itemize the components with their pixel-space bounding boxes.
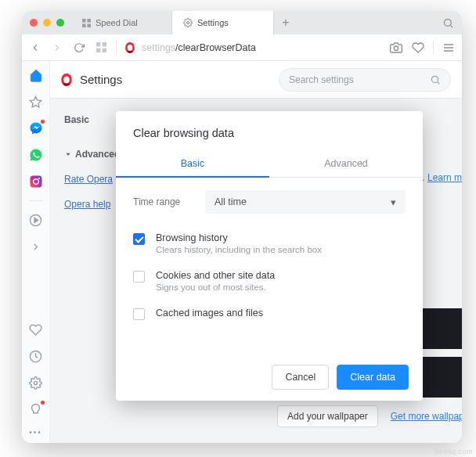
option-title: Cached images and files [156,308,263,318]
zoom-window-button[interactable] [56,19,64,27]
svg-rect-7 [96,42,100,46]
minimize-window-button[interactable] [43,19,51,27]
clear-browsing-data-dialog: Clear browsing data Basic Advanced Time … [116,111,423,401]
option-cookies[interactable]: Cookies and other site data Signs you ou… [133,262,406,300]
watermark: dedaq.com [435,448,473,455]
url-field[interactable]: settings/clearBrowserData [124,42,381,53]
tab-settings[interactable]: Settings [172,11,274,34]
tab-search-button[interactable] [434,11,462,34]
sidebar-features[interactable] [28,401,44,417]
settings-header: Settings Search settings [50,61,462,99]
heart-button[interactable] [411,41,425,55]
svg-point-11 [394,46,398,50]
sidebar-bookmarks[interactable] [28,94,44,110]
clear-data-button[interactable]: Clear data [337,365,409,390]
address-bar: settings/clearBrowserData [22,34,462,61]
checkbox[interactable] [133,308,145,320]
sidebar-pinboards[interactable] [28,322,44,337]
tab-strip: Speed Dial Settings + [22,11,462,34]
new-tab-button[interactable]: + [274,11,298,34]
tab-label: Settings [197,18,229,27]
forward-button[interactable] [50,41,64,55]
dialog-title: Clear browsing data [116,111,423,150]
search-icon [430,74,441,85]
gear-icon [183,18,193,27]
sidebar-more[interactable]: ••• [29,428,42,437]
option-browsing-history[interactable]: Browsing history Clears history, includi… [133,225,406,262]
time-range-label: Time range [133,196,194,207]
svg-point-18 [38,178,40,179]
svg-rect-1 [87,19,91,23]
svg-line-6 [450,25,453,27]
speed-dial-icon [81,18,91,27]
svg-rect-0 [82,19,86,23]
tab-label: Speed Dial [96,18,138,27]
svg-rect-3 [87,23,91,27]
svg-point-5 [444,19,451,26]
sidebar-settings[interactable] [28,375,44,390]
dialog-tab-basic[interactable]: Basic [116,150,269,177]
tab-speed-dial[interactable]: Speed Dial [70,11,172,34]
url-text: settings/clearBrowserData [142,42,256,53]
snapshot-button[interactable] [389,41,403,55]
svg-rect-9 [96,49,100,52]
add-wallpaper-button[interactable]: Add your wallpaper [277,405,378,427]
sidebar-home[interactable] [28,67,44,83]
sidebar-messenger[interactable] [28,121,44,136]
close-window-button[interactable] [30,19,38,27]
chevron-down-icon [64,150,72,158]
option-title: Cookies and other site data [156,270,275,281]
promo-learn-more[interactable]: Learn m [427,172,462,183]
sidebar-player[interactable] [28,212,44,228]
opera-logo-icon [61,73,72,85]
opera-icon [125,42,135,53]
dialog-tabs: Basic Advanced [116,150,423,178]
svg-line-24 [438,81,440,84]
sidebar-workspaces[interactable] [28,239,44,254]
time-range-select[interactable]: All time ▾ [205,190,406,214]
option-desc: Signs you out of most sites. [156,282,275,292]
option-cached-images[interactable]: Cached images and files [133,300,406,328]
svg-marker-15 [30,96,41,106]
tiles-icon[interactable] [94,41,108,55]
browser-window: Speed Dial Settings + settings/cle [22,11,462,443]
window-controls [28,11,70,34]
reload-button[interactable] [72,41,86,55]
checkbox[interactable] [133,271,145,282]
search-settings-input[interactable]: Search settings [279,68,451,92]
time-range-value: All time [215,196,247,207]
chevron-down-icon: ▾ [391,196,396,208]
option-title: Browsing history [156,232,322,243]
svg-point-23 [431,76,438,82]
wallpaper-thumb[interactable] [417,308,462,349]
back-button[interactable] [28,41,42,55]
wallpaper-thumb[interactable] [417,357,462,398]
svg-point-4 [187,22,189,24]
svg-rect-8 [102,42,106,46]
sidebar-whatsapp[interactable] [28,147,44,163]
cancel-button[interactable]: Cancel [272,365,329,390]
checkbox[interactable] [133,233,145,245]
more-wallpapers-link[interactable]: Get more wallpapers [391,411,462,422]
sidebar-history[interactable] [28,348,44,364]
svg-marker-20 [34,218,38,222]
option-desc: Clears history, including in the search … [156,245,322,254]
svg-rect-2 [82,23,86,27]
svg-rect-16 [30,176,41,188]
sidebar: ••• [22,61,50,443]
dialog-tab-advanced[interactable]: Advanced [269,150,423,177]
svg-marker-25 [67,153,70,156]
svg-rect-10 [102,49,106,52]
sidebar-instagram[interactable] [28,174,44,189]
svg-point-22 [34,381,37,384]
easy-setup-button[interactable] [442,41,456,55]
search-placeholder: Search settings [289,74,424,85]
page-title: Settings [80,73,122,86]
